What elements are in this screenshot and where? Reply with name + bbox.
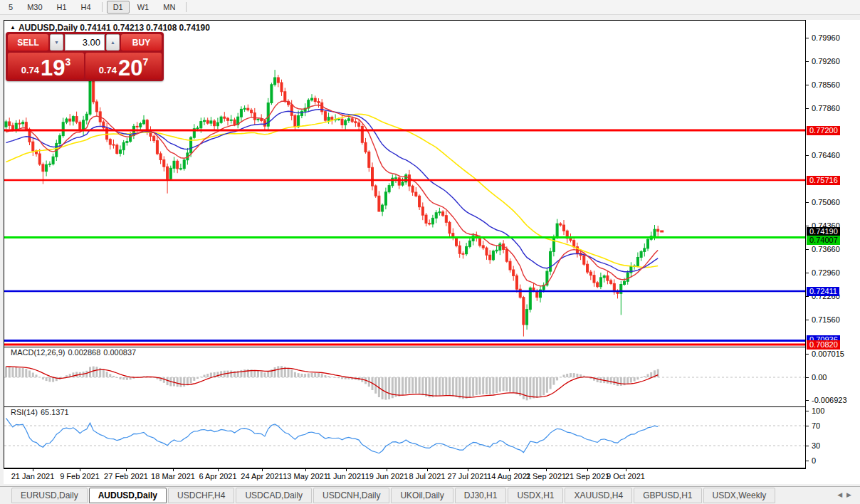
timeframe-button-h1[interactable]: H1 [51, 1, 73, 14]
ohlc-open-value: 0.74141 [80, 23, 110, 33]
current-price-marker [660, 231, 664, 233]
timeframe-toolbar: 5M30H1H4D1W1MN [0, 0, 860, 15]
buy-price-display[interactable]: 0.74207 [85, 53, 162, 79]
chart-tab-usdx-h1[interactable]: USDX,H1 [508, 488, 563, 503]
one-click-trading-panel: SELL ▼ ▲ BUY 0.74193 0.74207 [6, 32, 164, 81]
price-badge-0.75716: 0.75716 [807, 176, 840, 185]
date-label: 19 Jun 2021 [365, 472, 409, 481]
date-tick [80, 469, 80, 471]
date-label: 2 Sep 2021 [526, 472, 566, 481]
date-label: 13 May 2021 [283, 472, 328, 481]
ohlc-high-value: 0.74213 [113, 23, 144, 33]
date-tick [546, 469, 547, 471]
chevron-up-icon: ▲ [110, 40, 115, 45]
collapse-arrow-icon[interactable]: ▲ [10, 24, 16, 31]
ohlc-close-value: 0.74190 [179, 23, 209, 33]
price-tick-0.79960: 0.79960 [806, 33, 840, 42]
price-badge-0.70820: 0.70820 [807, 340, 840, 350]
buy-button[interactable]: BUY [121, 34, 162, 51]
rsi-tick-0: 0 [806, 456, 816, 465]
date-label: 6 Apr 2021 [199, 472, 236, 481]
date-tick [218, 469, 219, 471]
timeframe-button-h4[interactable]: H4 [75, 1, 98, 14]
sell-price-point: 3 [65, 56, 71, 68]
chart-tab-usdchf-h4[interactable]: USDCHF,H4 [168, 488, 234, 503]
chart-tab-dj30-h1[interactable]: DJ30,H1 [455, 488, 507, 503]
date-tick [427, 469, 428, 471]
scroll-left-icon[interactable]: ◀ [837, 491, 846, 498]
timeframe-button-d1[interactable]: D1 [107, 1, 130, 14]
date-label: 24 Apr 2021 [241, 472, 283, 481]
timeframe-button-w1[interactable]: W1 [131, 1, 156, 14]
macd-tick--0.006923: -0.006923 [806, 396, 847, 404]
rsi-tick-70: 70 [806, 421, 820, 430]
price-tick-0.72960: 0.72960 [806, 268, 840, 277]
price-badge-0.74007: 0.74007 [807, 236, 840, 245]
lot-size-input[interactable] [65, 34, 105, 51]
date-tick [509, 469, 510, 471]
timeframe-button-m30[interactable]: M30 [21, 1, 48, 14]
sell-price-base: 0.74 [21, 65, 39, 75]
chart-title: ▲AUDUSD,Daily0.741410.742130.741080.7419… [10, 23, 212, 33]
tab-scroll-arrows[interactable]: ◀▶ [837, 491, 856, 498]
macd-tick-0.007015: 0.007015 [806, 350, 844, 358]
date-label: 14 Aug 2021 [487, 472, 531, 481]
rsi-indicator-label: RSI(14)65.1371 [11, 408, 72, 416]
price-tick-0.75060: 0.75060 [806, 198, 840, 206]
date-label: 27 Jul 2021 [448, 472, 488, 481]
date-tick [173, 469, 174, 471]
ohlc-low-value: 0.74108 [146, 23, 177, 33]
buy-price-base: 0.74 [99, 65, 117, 75]
date-label: 9 Feb 2021 [60, 472, 100, 481]
chevron-down-icon: ▼ [54, 40, 59, 45]
price-badge-0.72411: 0.72411 [807, 287, 839, 296]
chart-tab-audusd-daily[interactable]: AUDUSD,Daily [89, 488, 167, 503]
toolbar-separator [102, 2, 103, 12]
timeframe-button-5[interactable]: 5 [2, 1, 19, 14]
date-tick [468, 469, 468, 471]
chart-frame [4, 21, 806, 468]
buy-price-pips: 20 [118, 59, 142, 78]
price-tick-0.78560: 0.78560 [806, 80, 840, 89]
chart-tab-usdcnh-daily[interactable]: USDCNH,Daily [313, 488, 389, 503]
rsi-tick-30: 30 [806, 441, 820, 450]
price-tick-0.79260: 0.79260 [806, 57, 840, 65]
price-axis[interactable]: 0.799600.792600.785600.778600.764600.750… [806, 20, 860, 484]
price-tick-0.71560: 0.71560 [806, 315, 840, 324]
mt4-terminal: 5M30H1H4D1W1MN ▲AUDUSD,Daily0.741410.742… [0, 0, 860, 504]
scroll-right-icon[interactable]: ▶ [846, 491, 856, 498]
date-tick [262, 469, 263, 471]
date-label: 27 Feb 2021 [104, 472, 148, 481]
date-tick [305, 469, 306, 471]
chart-tab-bar: EURUSD,DailyAUDUSD,DailyUSDCHF,H4USDCAD,… [0, 486, 860, 504]
toolbar-separator [186, 2, 187, 12]
date-label: 21 Jan 2021 [11, 472, 55, 481]
date-tick [126, 469, 127, 471]
buy-price-point: 7 [143, 56, 149, 68]
date-tick [587, 469, 588, 471]
date-axis[interactable]: 21 Jan 20219 Feb 202127 Feb 202118 Mar 2… [4, 468, 806, 484]
chart-tab-eurusd-daily[interactable]: EURUSD,Daily [11, 488, 88, 503]
chart-tab-usdx-weekly[interactable]: USDX,Weekly [703, 488, 776, 503]
chart-tab-gbpusd-h1[interactable]: GBPUSD,H1 [634, 488, 701, 503]
lot-decrease-button[interactable]: ▼ [50, 34, 63, 51]
date-tick [626, 469, 626, 471]
macd-tick-0.00: 0.00 [806, 373, 827, 382]
macd-indicator-label: MACD(12,26,9)0.0028680.000837 [11, 348, 139, 357]
sell-button[interactable]: SELL [8, 34, 48, 51]
chart-tab-xauusd-h4[interactable]: XAUUSD,H4 [565, 488, 632, 503]
date-label: 1 Jun 2021 [327, 472, 365, 481]
price-tick-0.73660: 0.73660 [806, 245, 840, 253]
price-chart-canvas[interactable] [4, 20, 806, 468]
date-tick [387, 469, 387, 471]
price-tick-0.76460: 0.76460 [806, 151, 840, 159]
date-tick [346, 469, 347, 471]
date-tick [33, 469, 33, 471]
lot-increase-button[interactable]: ▲ [106, 34, 120, 51]
timeframe-button-mn[interactable]: MN [157, 1, 182, 14]
date-label: 18 Mar 2021 [151, 472, 195, 481]
chart-tab-usdcad-daily[interactable]: USDCAD,Daily [236, 488, 312, 503]
sell-price-display[interactable]: 0.74193 [8, 53, 84, 79]
date-label: 8 Jul 2021 [409, 472, 446, 481]
chart-tab-ukoil-daily[interactable]: UKOil,Daily [391, 488, 453, 503]
